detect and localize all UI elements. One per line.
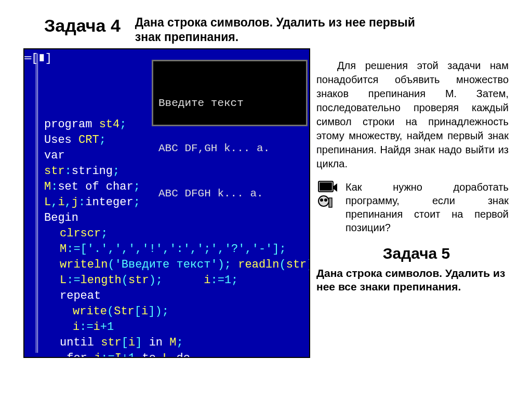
svg-point-4 bbox=[324, 198, 327, 202]
code-frame-marker: ═[∎] bbox=[24, 51, 52, 66]
code-line: write(Str[i]); bbox=[73, 304, 304, 320]
svg-point-3 bbox=[320, 198, 323, 202]
code-line: writeln('Введите текст'); readln(str); bbox=[60, 257, 304, 273]
code-line: for j:=I+1 to L do bbox=[60, 351, 304, 358]
task4-statement: Дана строка символов. Удалить из нее пер… bbox=[135, 16, 426, 44]
code-line: until str[i] in M; bbox=[60, 335, 304, 351]
program-output-panel: Введите текст ABC DF,GH k... a. ABC DFGH… bbox=[152, 60, 308, 126]
hint-text: Как нужно доработать программу, если зна… bbox=[345, 180, 509, 234]
svg-rect-5 bbox=[329, 198, 332, 207]
output-line: Введите текст bbox=[158, 96, 301, 111]
task5-title: Задача 5 bbox=[316, 245, 516, 262]
code-line: M:=['.',',','!',':',';','?','-']; bbox=[60, 242, 304, 257]
task5-statement: Дана строка символов. Удалить из нее все… bbox=[316, 267, 509, 294]
code-line: i:=i+1 bbox=[73, 320, 304, 335]
hint-icon bbox=[316, 180, 339, 211]
explanation-text: Для решения этой задачи нам понадобится … bbox=[316, 59, 509, 171]
code-line: L:=length(str); i:=1; bbox=[60, 273, 304, 288]
code-line: repeat bbox=[60, 288, 304, 304]
svg-rect-1 bbox=[320, 182, 332, 191]
task4-title: Задача 4 bbox=[44, 16, 121, 36]
output-line: ABC DFGH k... a. bbox=[158, 186, 301, 201]
output-line: ABC DF,GH k... a. bbox=[158, 141, 301, 156]
svg-point-2 bbox=[318, 196, 329, 206]
